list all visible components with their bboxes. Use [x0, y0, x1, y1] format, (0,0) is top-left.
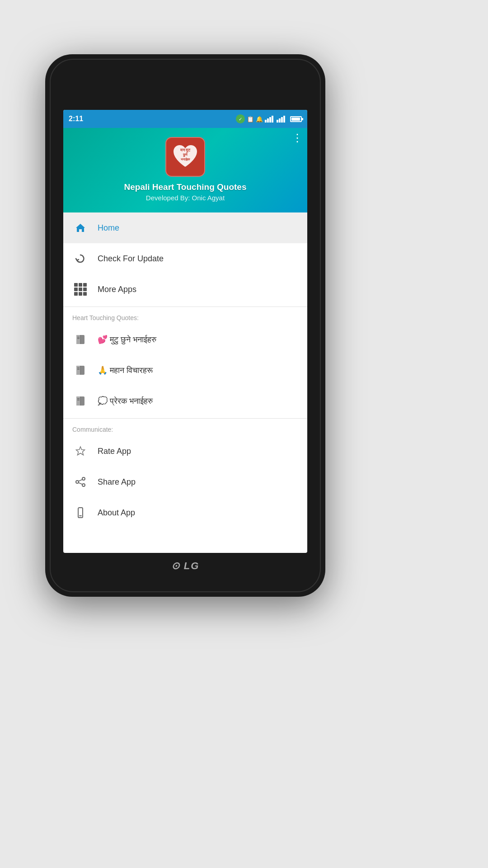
status-icons: ✓ 📋 🔔	[236, 114, 302, 123]
svg-rect-18	[76, 366, 80, 375]
svg-rect-21	[77, 369, 80, 370]
whatsapp-icon: ✓	[236, 114, 245, 123]
divider-1	[63, 307, 307, 307]
menu-item-home-label: Home	[98, 223, 119, 233]
book1-icon	[72, 331, 89, 348]
svg-text:भनाईहरु: भनाईहरु	[181, 157, 190, 161]
svg-marker-27	[76, 447, 85, 455]
svg-rect-1	[267, 118, 269, 123]
app-logo: मन मुट छुने भनाईहरु	[165, 137, 205, 177]
svg-rect-13	[76, 335, 80, 344]
drawer-header: ⋮ मन मुट छुने भनाईहरु Nepali Heart Touch…	[63, 128, 307, 212]
svg-rect-5	[279, 118, 281, 123]
menu-item-update-label: Check For Update	[98, 254, 164, 264]
phone-icon	[72, 505, 89, 521]
menu-item-share-app[interactable]: Share App	[63, 467, 307, 497]
svg-rect-15	[77, 337, 80, 338]
menu-item-more-apps[interactable]: More Apps	[63, 274, 307, 305]
svg-rect-7	[283, 116, 285, 123]
divider-2	[63, 418, 307, 419]
svg-text:छुने: छुने	[183, 152, 188, 157]
status-bar: 2:11 ✓ 📋 🔔	[63, 110, 307, 128]
svg-rect-4	[277, 120, 278, 123]
svg-point-29	[76, 481, 79, 483]
app-subtitle: Developed By: Onic Agyat	[146, 194, 225, 202]
menu-item-about-app[interactable]: About App	[63, 497, 307, 528]
more-options-button[interactable]: ⋮	[292, 132, 303, 143]
status-time: 2:11	[69, 115, 83, 123]
svg-line-32	[79, 483, 83, 485]
svg-line-31	[79, 480, 83, 481]
battery-icon	[290, 116, 302, 122]
svg-rect-16	[77, 338, 80, 339]
menu-item-about-label: About App	[98, 508, 135, 518]
refresh-icon	[72, 250, 89, 267]
svg-rect-23	[76, 396, 80, 406]
home-icon	[72, 220, 89, 236]
svg-rect-3	[272, 116, 273, 123]
menu-item-home[interactable]: Home	[63, 212, 307, 243]
notification-icon: 🔔	[256, 116, 263, 123]
menu-item-rate-label: Rate App	[98, 447, 131, 456]
signal1-icon	[265, 115, 275, 123]
phone-wrapper: ⊙ LG 2:11 ✓ 📋 🔔	[0, 0, 488, 868]
lg-logo: ⊙ LG	[171, 560, 200, 572]
drawer-menu: Home Check For Update	[63, 212, 307, 528]
svg-rect-20	[77, 368, 80, 368]
menu-item-mahan-quotes[interactable]: 🙏 महान विचारहरू	[63, 355, 307, 386]
menu-item-check-update[interactable]: Check For Update	[63, 243, 307, 274]
app-logo-svg: मन मुट छुने भनाईहरु	[167, 139, 203, 175]
app-title: Nepali Heart Touching Quotes	[124, 182, 247, 192]
menu-item-prerak-label: 💭 प्रेरक भनाईहरु	[98, 396, 153, 406]
svg-point-28	[82, 477, 85, 480]
svg-rect-2	[269, 117, 271, 123]
clipboard-icon: 📋	[247, 116, 254, 123]
book3-icon	[72, 393, 89, 409]
menu-item-muto-quotes[interactable]: 💕 मुटु छुने भनाईहरु	[63, 324, 307, 355]
menu-item-muto-label: 💕 मुटु छुने भनाईहरु	[98, 335, 156, 344]
svg-rect-6	[281, 117, 283, 123]
svg-rect-25	[77, 398, 80, 399]
menu-item-mahan-label: 🙏 महान विचारहरू	[98, 365, 153, 375]
svg-rect-0	[265, 120, 267, 123]
menu-item-share-label: Share App	[98, 477, 136, 487]
screen: 2:11 ✓ 📋 🔔	[63, 110, 307, 553]
star-icon	[72, 443, 89, 459]
menu-item-prerak-quotes[interactable]: 💭 प्रेरक भनाईहरु	[63, 386, 307, 416]
menu-item-more-apps-label: More Apps	[98, 285, 136, 294]
share-icon	[72, 474, 89, 490]
book2-icon	[72, 362, 89, 378]
grid-icon	[72, 281, 89, 297]
section-quotes-header: Heart Touching Quotes:	[63, 309, 307, 324]
svg-point-30	[82, 484, 85, 486]
svg-text:मन मुट: मन मुट	[180, 148, 191, 153]
section-communicate-header: Communicate:	[63, 420, 307, 436]
signal2-icon	[277, 115, 286, 123]
menu-item-rate-app[interactable]: Rate App	[63, 436, 307, 467]
svg-rect-26	[77, 400, 80, 401]
